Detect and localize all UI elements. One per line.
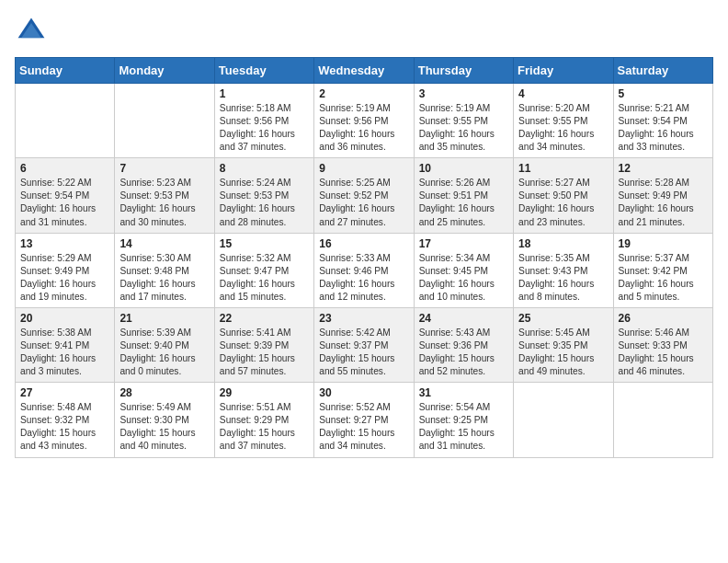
day-content: Sunrise: 5:39 AM Sunset: 9:40 PM Dayligh… xyxy=(119,327,209,378)
day-number: 4 xyxy=(518,87,608,100)
weekday-header-wednesday: Wednesday xyxy=(314,58,414,84)
day-number: 18 xyxy=(518,237,608,250)
day-number: 16 xyxy=(319,237,408,250)
day-number: 28 xyxy=(119,386,209,399)
day-content: Sunrise: 5:41 AM Sunset: 9:39 PM Dayligh… xyxy=(220,327,309,378)
calendar-cell: 3Sunrise: 5:19 AM Sunset: 9:55 PM Daylig… xyxy=(414,84,513,158)
day-content: Sunrise: 5:34 AM Sunset: 9:45 PM Dayligh… xyxy=(419,252,508,304)
day-content: Sunrise: 5:27 AM Sunset: 9:50 PM Dayligh… xyxy=(518,177,608,228)
day-content: Sunrise: 5:20 AM Sunset: 9:55 PM Dayligh… xyxy=(518,102,608,154)
day-content: Sunrise: 5:52 AM Sunset: 9:27 PM Dayligh… xyxy=(319,401,408,453)
day-content: Sunrise: 5:21 AM Sunset: 9:54 PM Dayligh… xyxy=(619,102,708,154)
day-number: 8 xyxy=(220,162,309,175)
calendar-table: SundayMondayTuesdayWednesdayThursdayFrid… xyxy=(15,57,713,458)
calendar-cell: 14Sunrise: 5:30 AM Sunset: 9:48 PM Dayli… xyxy=(115,233,214,307)
day-content: Sunrise: 5:24 AM Sunset: 9:53 PM Dayligh… xyxy=(220,177,309,228)
day-content: Sunrise: 5:30 AM Sunset: 9:48 PM Dayligh… xyxy=(119,252,209,304)
calendar-cell: 22Sunrise: 5:41 AM Sunset: 9:39 PM Dayli… xyxy=(214,307,313,382)
day-content: Sunrise: 5:54 AM Sunset: 9:25 PM Dayligh… xyxy=(419,401,508,453)
weekday-header-thursday: Thursday xyxy=(414,58,513,84)
day-content: Sunrise: 5:32 AM Sunset: 9:47 PM Dayligh… xyxy=(220,252,309,304)
calendar-cell xyxy=(115,84,214,158)
day-number: 26 xyxy=(619,312,708,325)
day-number: 13 xyxy=(20,237,109,250)
calendar-week-row: 27Sunrise: 5:48 AM Sunset: 9:32 PM Dayli… xyxy=(16,383,713,457)
calendar-cell: 1Sunrise: 5:18 AM Sunset: 9:56 PM Daylig… xyxy=(214,84,313,158)
calendar-cell xyxy=(514,383,613,457)
calendar-cell: 7Sunrise: 5:23 AM Sunset: 9:53 PM Daylig… xyxy=(115,158,214,233)
weekday-header-monday: Monday xyxy=(115,58,214,84)
day-number: 31 xyxy=(419,386,508,399)
calendar-cell: 4Sunrise: 5:20 AM Sunset: 9:55 PM Daylig… xyxy=(514,84,613,158)
weekday-header-saturday: Saturday xyxy=(613,58,712,84)
calendar-cell: 18Sunrise: 5:35 AM Sunset: 9:43 PM Dayli… xyxy=(514,233,613,307)
day-number: 24 xyxy=(419,312,508,325)
day-content: Sunrise: 5:18 AM Sunset: 9:56 PM Dayligh… xyxy=(220,102,309,154)
calendar-cell: 24Sunrise: 5:43 AM Sunset: 9:36 PM Dayli… xyxy=(414,307,513,382)
weekday-header-sunday: Sunday xyxy=(16,58,115,84)
day-content: Sunrise: 5:43 AM Sunset: 9:36 PM Dayligh… xyxy=(419,327,508,378)
calendar-cell: 31Sunrise: 5:54 AM Sunset: 9:25 PM Dayli… xyxy=(414,383,513,457)
calendar-cell: 29Sunrise: 5:51 AM Sunset: 9:29 PM Dayli… xyxy=(214,383,313,457)
calendar-week-row: 13Sunrise: 5:29 AM Sunset: 9:49 PM Dayli… xyxy=(16,233,713,307)
calendar-cell: 27Sunrise: 5:48 AM Sunset: 9:32 PM Dayli… xyxy=(16,383,115,457)
day-number: 1 xyxy=(220,87,309,100)
calendar-cell: 10Sunrise: 5:26 AM Sunset: 9:51 PM Dayli… xyxy=(414,158,513,233)
day-content: Sunrise: 5:42 AM Sunset: 9:37 PM Dayligh… xyxy=(319,327,408,378)
day-number: 19 xyxy=(619,237,708,250)
day-content: Sunrise: 5:51 AM Sunset: 9:29 PM Dayligh… xyxy=(220,401,309,453)
calendar-week-row: 20Sunrise: 5:38 AM Sunset: 9:41 PM Dayli… xyxy=(16,307,713,382)
calendar-week-row: 6Sunrise: 5:22 AM Sunset: 9:54 PM Daylig… xyxy=(16,158,713,233)
day-number: 20 xyxy=(20,312,109,325)
calendar-cell: 19Sunrise: 5:37 AM Sunset: 9:42 PM Dayli… xyxy=(613,233,712,307)
calendar-cell: 21Sunrise: 5:39 AM Sunset: 9:40 PM Dayli… xyxy=(115,307,214,382)
calendar-cell: 17Sunrise: 5:34 AM Sunset: 9:45 PM Dayli… xyxy=(414,233,513,307)
day-content: Sunrise: 5:23 AM Sunset: 9:53 PM Dayligh… xyxy=(119,177,209,228)
day-number: 7 xyxy=(119,162,209,175)
day-content: Sunrise: 5:37 AM Sunset: 9:42 PM Dayligh… xyxy=(619,252,708,304)
calendar-cell: 2Sunrise: 5:19 AM Sunset: 9:56 PM Daylig… xyxy=(314,84,414,158)
day-number: 29 xyxy=(220,386,309,399)
day-number: 14 xyxy=(119,237,209,250)
logo xyxy=(15,15,53,48)
calendar-cell: 13Sunrise: 5:29 AM Sunset: 9:49 PM Dayli… xyxy=(16,233,115,307)
day-number: 10 xyxy=(419,162,508,175)
day-content: Sunrise: 5:29 AM Sunset: 9:49 PM Dayligh… xyxy=(20,252,109,304)
day-number: 30 xyxy=(319,386,408,399)
calendar-cell: 12Sunrise: 5:28 AM Sunset: 9:49 PM Dayli… xyxy=(613,158,712,233)
day-content: Sunrise: 5:25 AM Sunset: 9:52 PM Dayligh… xyxy=(319,177,408,228)
calendar-cell: 16Sunrise: 5:33 AM Sunset: 9:46 PM Dayli… xyxy=(314,233,414,307)
weekday-header-friday: Friday xyxy=(514,58,613,84)
day-content: Sunrise: 5:19 AM Sunset: 9:55 PM Dayligh… xyxy=(419,102,508,154)
calendar-cell: 28Sunrise: 5:49 AM Sunset: 9:30 PM Dayli… xyxy=(115,383,214,457)
calendar-header-row: SundayMondayTuesdayWednesdayThursdayFrid… xyxy=(16,58,713,84)
day-number: 9 xyxy=(319,162,408,175)
calendar-cell: 20Sunrise: 5:38 AM Sunset: 9:41 PM Dayli… xyxy=(16,307,115,382)
day-number: 11 xyxy=(518,162,608,175)
day-number: 3 xyxy=(419,87,508,100)
day-content: Sunrise: 5:26 AM Sunset: 9:51 PM Dayligh… xyxy=(419,177,508,228)
day-number: 17 xyxy=(419,237,508,250)
day-content: Sunrise: 5:49 AM Sunset: 9:30 PM Dayligh… xyxy=(119,401,209,453)
logo-icon xyxy=(15,15,48,48)
day-content: Sunrise: 5:48 AM Sunset: 9:32 PM Dayligh… xyxy=(20,401,109,453)
calendar-cell: 8Sunrise: 5:24 AM Sunset: 9:53 PM Daylig… xyxy=(214,158,313,233)
calendar-cell: 6Sunrise: 5:22 AM Sunset: 9:54 PM Daylig… xyxy=(16,158,115,233)
calendar-cell xyxy=(613,383,712,457)
day-number: 23 xyxy=(319,312,408,325)
calendar-cell xyxy=(16,84,115,158)
day-number: 21 xyxy=(119,312,209,325)
calendar-cell: 25Sunrise: 5:45 AM Sunset: 9:35 PM Dayli… xyxy=(514,307,613,382)
calendar-cell: 5Sunrise: 5:21 AM Sunset: 9:54 PM Daylig… xyxy=(613,84,712,158)
day-content: Sunrise: 5:38 AM Sunset: 9:41 PM Dayligh… xyxy=(20,327,109,378)
day-content: Sunrise: 5:45 AM Sunset: 9:35 PM Dayligh… xyxy=(518,327,608,378)
day-content: Sunrise: 5:28 AM Sunset: 9:49 PM Dayligh… xyxy=(619,177,708,228)
day-number: 12 xyxy=(619,162,708,175)
day-content: Sunrise: 5:22 AM Sunset: 9:54 PM Dayligh… xyxy=(20,177,109,228)
day-number: 5 xyxy=(619,87,708,100)
day-number: 25 xyxy=(518,312,608,325)
calendar-cell: 9Sunrise: 5:25 AM Sunset: 9:52 PM Daylig… xyxy=(314,158,414,233)
weekday-header-tuesday: Tuesday xyxy=(214,58,313,84)
calendar-week-row: 1Sunrise: 5:18 AM Sunset: 9:56 PM Daylig… xyxy=(16,84,713,158)
calendar-cell: 23Sunrise: 5:42 AM Sunset: 9:37 PM Dayli… xyxy=(314,307,414,382)
